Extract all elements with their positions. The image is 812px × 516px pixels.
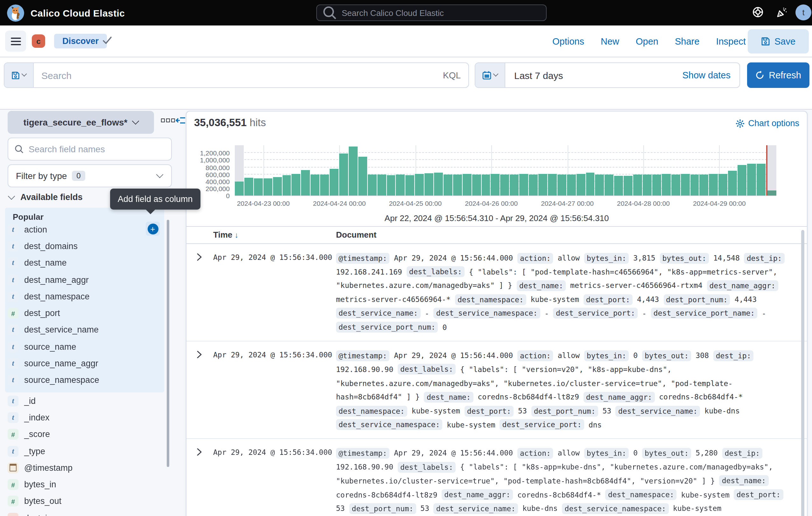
histogram-bar[interactable] (282, 175, 291, 196)
field-item-_index[interactable]: t_index (8, 409, 163, 426)
histogram-chart[interactable] (235, 145, 776, 196)
histogram-bar[interactable] (662, 174, 671, 196)
field-item-dest_namespace[interactable]: tdest_namespace (8, 288, 163, 305)
field-item-_score[interactable]: #_score (8, 426, 163, 443)
histogram-bar[interactable] (595, 174, 604, 196)
field-item-dest_name[interactable]: tdest_name (8, 254, 163, 271)
histogram-bar[interactable] (349, 146, 358, 196)
histogram-bar[interactable] (576, 174, 585, 196)
save-button[interactable]: Save (748, 29, 809, 54)
filter-by-type-select[interactable]: Filter by type 0 (8, 164, 172, 187)
histogram-bar[interactable] (567, 174, 576, 196)
histogram-bar[interactable] (539, 174, 547, 196)
field-item-dest_domains[interactable]: tdest_domains (8, 238, 163, 255)
histogram-bar[interactable] (406, 175, 414, 196)
histogram-bar[interactable] (491, 174, 500, 196)
histogram-bar[interactable] (680, 174, 690, 196)
sidebar-scrollbar[interactable] (167, 220, 169, 467)
field-item-@timestamp[interactable]: @timestamp (8, 459, 163, 476)
histogram-bar[interactable] (320, 174, 329, 196)
field-item-dest_port[interactable]: #dest_port (8, 305, 163, 322)
histogram-bar[interactable] (548, 173, 557, 196)
histogram-bar[interactable] (263, 179, 272, 196)
expand-row-icon[interactable] (197, 448, 202, 457)
histogram-bar[interactable] (301, 170, 310, 196)
histogram-bar[interactable] (339, 154, 348, 196)
histogram-bar[interactable] (330, 169, 339, 196)
nav-link-share[interactable]: Share (675, 36, 699, 47)
histogram-bar[interactable] (728, 171, 737, 196)
show-dates-link[interactable]: Show dates (682, 70, 730, 80)
calico-logo-icon[interactable] (7, 4, 24, 21)
histogram-bar[interactable] (235, 182, 244, 196)
kql-search-input[interactable]: Search KQL (4, 62, 469, 88)
histogram-bar[interactable] (453, 174, 462, 196)
menu-icon[interactable] (5, 31, 26, 52)
histogram-bar[interactable] (557, 174, 567, 196)
field-search-input[interactable]: Search field names (8, 138, 172, 161)
histogram-bar[interactable] (443, 174, 453, 196)
time-range-value[interactable]: Last 7 days (514, 70, 682, 81)
field-item-bytes_out[interactable]: #bytes_out (8, 493, 163, 510)
nav-link-new[interactable]: New (601, 36, 619, 47)
histogram-bar[interactable] (396, 174, 405, 196)
collapse-sidebar-icon[interactable] (176, 116, 186, 125)
expand-row-icon[interactable] (197, 350, 202, 359)
histogram-bar[interactable] (425, 173, 433, 196)
expand-row-icon[interactable] (197, 253, 202, 261)
histogram-bar[interactable] (273, 178, 282, 196)
histogram-bar[interactable] (500, 174, 510, 196)
histogram-bar[interactable] (614, 175, 623, 196)
histogram-bar[interactable] (700, 174, 708, 196)
date-picker[interactable]: Last 7 days Show dates (475, 62, 740, 88)
histogram-bar[interactable] (244, 178, 253, 196)
field-item-dest_service_name[interactable]: tdest_service_name (8, 322, 163, 338)
table-scrollbar[interactable] (801, 230, 804, 516)
histogram-bar[interactable] (519, 174, 528, 196)
histogram-bar[interactable] (652, 174, 661, 196)
histogram-bar[interactable] (415, 174, 424, 196)
histogram-bar[interactable] (311, 174, 320, 196)
help-icon[interactable] (751, 5, 765, 19)
space-badge[interactable]: c (32, 34, 45, 48)
histogram-bar[interactable] (767, 190, 776, 196)
histogram-bar[interactable] (719, 173, 727, 196)
histogram-bar[interactable] (709, 174, 718, 196)
histogram-bar[interactable] (368, 174, 376, 196)
histogram-bar[interactable] (529, 174, 538, 196)
nav-link-inspect[interactable]: Inspect (716, 36, 746, 47)
breadcrumb[interactable]: Discover (54, 34, 107, 48)
field-item-dest_ip[interactable]: IPdest_ip (8, 510, 163, 516)
saved-query-menu-button[interactable] (4, 63, 34, 87)
histogram-bar[interactable] (254, 179, 263, 196)
field-settings-icon[interactable] (161, 118, 175, 122)
histogram-bar[interactable] (463, 174, 471, 196)
field-item-source_namespace[interactable]: tsource_namespace (8, 372, 163, 388)
histogram-bar[interactable] (671, 174, 680, 196)
field-item-dest_name_aggr[interactable]: tdest_name_aggr (8, 271, 163, 288)
refresh-button[interactable]: Refresh (747, 62, 809, 88)
query-language-kql[interactable]: KQL (443, 70, 461, 80)
histogram-bar[interactable] (377, 174, 386, 196)
time-column-header[interactable]: Time ↓ (213, 230, 238, 240)
histogram-bar[interactable] (434, 173, 443, 196)
histogram-bar[interactable] (747, 164, 756, 196)
histogram-bar[interactable] (586, 173, 595, 196)
global-search-input[interactable]: Search Calico Cloud Elastic (316, 4, 547, 21)
field-item-source_name[interactable]: tsource_name (8, 338, 163, 355)
add-field-as-column-button[interactable]: + (146, 222, 160, 236)
histogram-bar[interactable] (737, 165, 747, 196)
chart-options-button[interactable]: Chart options (735, 118, 799, 128)
available-fields-header[interactable]: Available fields (9, 192, 83, 202)
histogram-bar[interactable] (482, 174, 490, 196)
histogram-bar[interactable] (757, 163, 765, 196)
histogram-bar[interactable] (386, 175, 396, 196)
histogram-bar[interactable] (633, 175, 642, 196)
histogram-bar[interactable] (292, 174, 301, 196)
field-item-_id[interactable]: t_id (8, 392, 163, 409)
histogram-bar[interactable] (643, 174, 651, 196)
histogram-bar[interactable] (624, 176, 633, 196)
nav-link-options[interactable]: Options (552, 36, 584, 47)
histogram-bar[interactable] (472, 174, 481, 196)
user-avatar[interactable]: t (795, 4, 811, 20)
